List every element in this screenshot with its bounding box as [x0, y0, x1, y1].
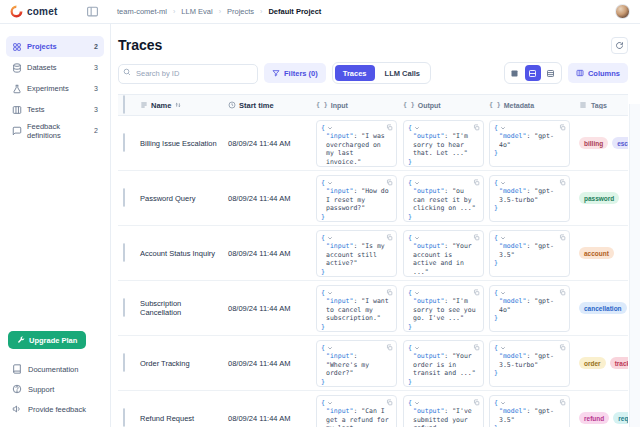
row-checkbox[interactable]	[123, 133, 125, 152]
trace-row[interactable]: Password Query 08/09/24 11:44 AM { "inpu…	[118, 171, 628, 226]
density-small-icon[interactable]	[507, 65, 523, 81]
tag-chip[interactable]: password	[579, 192, 619, 204]
chevron-down-icon[interactable]	[327, 180, 333, 186]
search-input[interactable]	[118, 64, 258, 84]
chevron-down-icon[interactable]	[500, 235, 506, 241]
row-checkbox[interactable]	[123, 243, 125, 262]
refresh-button[interactable]	[611, 37, 628, 54]
copy-icon[interactable]	[559, 179, 566, 186]
column-header-start-time[interactable]: Start time	[228, 101, 316, 110]
tag-chip[interactable]: account	[579, 247, 614, 259]
json-preview-card[interactable]: { "model": "gpt-4o" }	[489, 285, 570, 332]
column-header-output[interactable]: { } Output	[403, 101, 489, 109]
json-preview-card[interactable]: { "output": "Your order is in transit an…	[403, 340, 484, 387]
chevron-down-icon[interactable]	[500, 180, 506, 186]
density-medium-icon[interactable]	[525, 65, 541, 81]
json-preview-card[interactable]: { "model": "gpt-3.5" }	[489, 230, 570, 277]
copy-icon[interactable]	[559, 344, 566, 351]
json-preview-card[interactable]: { "output": "I'm sorry to hear that. Let…	[403, 120, 484, 167]
tag-chip[interactable]: order	[579, 357, 606, 369]
copy-icon[interactable]	[559, 234, 566, 241]
json-preview-card[interactable]: { "input": "How do I reset my password?"…	[316, 175, 397, 222]
tab-traces[interactable]: Traces	[335, 65, 375, 81]
trace-row[interactable]: Order Tracking 08/09/24 11:44 AM { "inpu…	[118, 336, 628, 391]
json-preview-card[interactable]: { "input": "Can I get a refund for my la…	[316, 395, 397, 427]
copy-icon[interactable]	[473, 289, 480, 296]
copy-icon[interactable]	[559, 289, 566, 296]
trace-row[interactable]: Billing Issue Escalation 08/09/24 11:44 …	[118, 116, 628, 171]
json-preview-card[interactable]: { "output": "I've submitted your refund …	[403, 395, 484, 427]
json-preview-card[interactable]: { "output": "Your account is active and …	[403, 230, 484, 277]
json-preview-card[interactable]: { "output": "I'm sorry to see you go. I'…	[403, 285, 484, 332]
chevron-down-icon[interactable]	[500, 400, 506, 406]
copy-icon[interactable]	[386, 179, 393, 186]
filters-button[interactable]: Filters (0)	[264, 63, 326, 83]
json-preview-card[interactable]: { "model": "gpt-3.5-turbo" }	[489, 340, 570, 387]
row-checkbox[interactable]	[123, 408, 125, 427]
chevron-down-icon[interactable]	[327, 345, 333, 351]
copy-icon[interactable]	[559, 124, 566, 131]
columns-button[interactable]: Columns	[568, 63, 628, 83]
copy-icon[interactable]	[559, 399, 566, 406]
tab-llm-calls[interactable]: LLM Calls	[377, 65, 428, 81]
json-preview-card[interactable]: { "input": "I was overcharged on my last…	[316, 120, 397, 167]
copy-icon[interactable]	[386, 399, 393, 406]
sidebar-item-documentation[interactable]: Documentation	[6, 359, 104, 379]
tag-chip[interactable]: cancellation	[579, 302, 627, 314]
copy-icon[interactable]	[473, 124, 480, 131]
copy-icon[interactable]	[386, 344, 393, 351]
tag-chip[interactable]: escalation	[612, 137, 628, 149]
column-header-input[interactable]: { } Input	[316, 101, 403, 109]
trace-row[interactable]: Subscription Cancellation 08/09/24 11:44…	[118, 281, 628, 336]
json-preview-card[interactable]: { "model": "gpt-3.5-turbo" }	[489, 175, 570, 222]
tag-chip[interactable]: tracking	[610, 357, 628, 369]
copy-icon[interactable]	[473, 234, 480, 241]
sidebar-item-datasets[interactable]: Datasets 3	[6, 57, 104, 78]
breadcrumb-section[interactable]: LLM Eval	[181, 7, 212, 16]
sidebar-collapse-icon[interactable]	[86, 5, 99, 18]
select-all-checkbox[interactable]	[123, 95, 125, 114]
column-header-name[interactable]: Name	[140, 101, 228, 110]
sidebar-item-support[interactable]: Support	[6, 379, 104, 399]
sidebar-item-projects[interactable]: Projects 2	[6, 36, 104, 57]
copy-icon[interactable]	[473, 344, 480, 351]
row-checkbox[interactable]	[123, 353, 125, 372]
json-preview-card[interactable]: { "input": "Where's my order?" }	[316, 340, 397, 387]
chevron-down-icon[interactable]	[414, 180, 420, 186]
json-preview-card[interactable]: { "output": "ou can reset it by clicking…	[403, 175, 484, 222]
sidebar-item-experiments[interactable]: Experiments 3	[6, 78, 104, 99]
breadcrumb-workspace[interactable]: team-comet-ml	[117, 7, 167, 16]
copy-icon[interactable]	[386, 234, 393, 241]
copy-icon[interactable]	[473, 399, 480, 406]
json-preview-card[interactable]: { "model": "gpt-3.5" }	[489, 395, 570, 427]
chevron-down-icon[interactable]	[327, 400, 333, 406]
trace-row[interactable]: Refund Request 08/09/24 11:44 AM { "inpu…	[118, 391, 628, 427]
row-checkbox[interactable]	[123, 298, 125, 317]
chevron-down-icon[interactable]	[414, 125, 420, 131]
chevron-down-icon[interactable]	[500, 345, 506, 351]
chevron-down-icon[interactable]	[414, 235, 420, 241]
trace-row[interactable]: Account Status Inquiry 08/09/24 11:44 AM…	[118, 226, 628, 281]
column-header-metadata[interactable]: { } Metadata	[489, 101, 575, 109]
column-header-tags[interactable]: Tags	[575, 101, 628, 109]
sidebar-item-feedback-definitions[interactable]: Feedback definitions 2	[6, 120, 104, 141]
tag-chip[interactable]: billing	[579, 137, 608, 149]
sidebar-item-tests[interactable]: Tests 3	[6, 99, 104, 120]
json-preview-card[interactable]: { "model": "gpt-4o" }	[489, 120, 570, 167]
breadcrumb-projects[interactable]: Projects	[227, 7, 254, 16]
user-avatar[interactable]	[615, 4, 630, 19]
chevron-down-icon[interactable]	[414, 400, 420, 406]
chevron-down-icon[interactable]	[327, 235, 333, 241]
upgrade-plan-button[interactable]: Upgrade Plan	[8, 331, 86, 349]
tag-chip[interactable]: request	[613, 412, 628, 424]
chevron-down-icon[interactable]	[327, 125, 333, 131]
chevron-down-icon[interactable]	[500, 290, 506, 296]
chevron-down-icon[interactable]	[327, 290, 333, 296]
chevron-down-icon[interactable]	[414, 290, 420, 296]
copy-icon[interactable]	[386, 124, 393, 131]
density-large-icon[interactable]	[543, 65, 559, 81]
chevron-down-icon[interactable]	[414, 345, 420, 351]
sidebar-item-provide-feedback[interactable]: Provide feedback	[6, 399, 104, 419]
row-checkbox[interactable]	[123, 188, 125, 207]
copy-icon[interactable]	[386, 289, 393, 296]
